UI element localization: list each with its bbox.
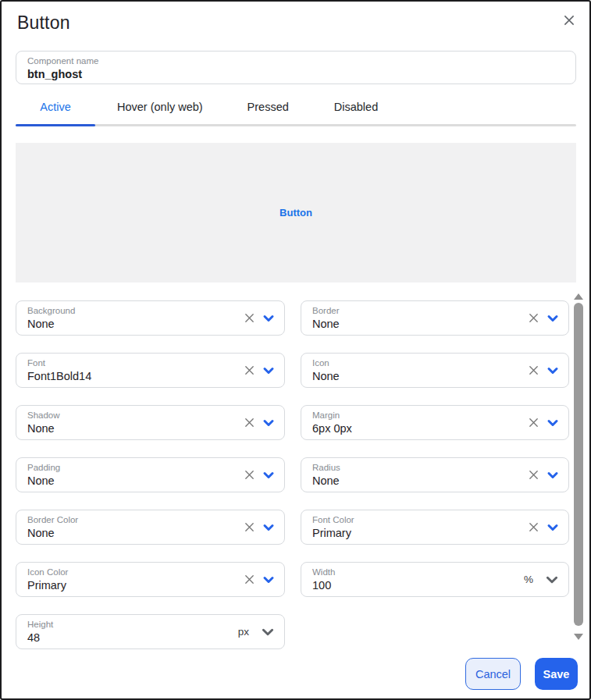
tab-track [16,124,576,126]
font-field[interactable]: Font Font1Bold14 [16,353,285,388]
field-value: Primary [312,526,559,541]
width-field[interactable]: Width 100 % [301,562,569,597]
field-label: Shadow [27,410,275,421]
field-value: None [27,526,275,541]
scrollbar[interactable] [573,292,584,643]
clear-x-icon[interactable] [244,364,255,376]
border-color-field[interactable]: Border Color None [16,510,285,545]
width-unit-label: % [524,574,533,585]
field-value: 100 [312,578,559,593]
button-component-dialog: Button Component name ActiveHover (only … [0,0,591,700]
chevron-down-icon[interactable] [261,625,275,639]
field-label: Font [27,357,275,369]
field-value: None [27,421,275,436]
save-button[interactable]: Save [535,658,578,690]
clear-x-icon[interactable] [528,312,539,324]
tab-pressed[interactable]: Pressed [247,101,289,113]
close-icon[interactable] [560,11,579,30]
preview-area: Button [16,143,576,282]
field-value: None [312,317,559,332]
scroll-down-arrow-icon[interactable] [574,634,583,640]
component-name-label: Component name [27,55,564,67]
border-field[interactable]: Border None [301,300,569,336]
icon-color-field[interactable]: Icon Color Primary [16,562,285,597]
font-color-field[interactable]: Font Color Primary [301,510,569,545]
clear-x-icon[interactable] [528,469,539,481]
tab-hover-only-web[interactable]: Hover (only web) [117,101,203,113]
background-field[interactable]: Background None [16,300,285,336]
clear-x-icon[interactable] [528,364,539,376]
clear-x-icon[interactable] [244,574,255,585]
clear-x-icon[interactable] [244,469,255,481]
chevron-down-icon[interactable] [262,574,275,586]
field-value: Primary [27,578,275,593]
field-value: None [312,369,559,384]
chevron-down-icon[interactable] [546,469,559,481]
chevron-down-icon[interactable] [546,521,559,534]
clear-x-icon[interactable] [528,521,539,533]
padding-field[interactable]: Padding None [16,457,285,492]
shadow-field[interactable]: Shadow None [16,405,285,440]
chevron-down-icon[interactable] [262,312,275,325]
scrollbar-thumb[interactable] [574,303,583,626]
field-label: Border Color [27,514,275,526]
tab-disabled[interactable]: Disabled [334,101,378,113]
margin-field[interactable]: Margin 6px 0px [301,405,569,440]
icon-field[interactable]: Icon None [301,353,569,388]
field-label: Icon [312,357,559,369]
chevron-down-icon[interactable] [262,521,275,534]
preview-button[interactable]: Button [279,207,312,219]
state-tabs: ActiveHover (only web)PressedDisabled [16,94,575,119]
field-label: Padding [27,462,275,474]
field-label: Radius [312,462,559,474]
chevron-down-icon[interactable] [546,364,559,377]
style-fields-grid: Background None Border None Font Font1Bo… [16,300,569,649]
cancel-button[interactable]: Cancel [465,658,521,690]
clear-x-icon[interactable] [244,521,255,533]
field-label: Margin [312,410,559,421]
clear-x-icon[interactable] [244,312,255,324]
field-label: Border [312,305,559,317]
tab-active[interactable]: Active [16,101,95,113]
dialog-title: Button [17,12,575,34]
field-label: Background [27,305,275,317]
component-name-field[interactable]: Component name [16,51,576,84]
field-value: 6px 0px [312,421,559,436]
field-value: None [312,474,559,489]
height-field[interactable]: Height 48 px [16,614,285,649]
chevron-down-icon[interactable] [546,417,559,429]
chevron-down-icon[interactable] [262,469,275,481]
height-unit-label: px [238,626,249,638]
radius-field[interactable]: Radius None [301,457,569,492]
dialog-footer: Cancel Save [465,658,578,690]
field-label: Font Color [312,514,559,526]
dialog-header: Button [2,2,589,34]
field-value: Font1Bold14 [27,369,275,384]
field-value: None [27,474,275,489]
field-label: Icon Color [27,567,275,578]
field-value: None [27,317,275,332]
chevron-down-icon[interactable] [262,417,275,429]
component-name-input[interactable] [27,67,564,81]
clear-x-icon[interactable] [244,417,255,428]
field-label: Width [312,567,559,578]
chevron-down-icon[interactable] [546,312,559,325]
active-tab-indicator [16,124,95,126]
clear-x-icon[interactable] [528,417,539,428]
chevron-down-icon[interactable] [545,573,559,587]
scroll-up-arrow-icon[interactable] [574,293,583,300]
chevron-down-icon[interactable] [262,364,275,377]
